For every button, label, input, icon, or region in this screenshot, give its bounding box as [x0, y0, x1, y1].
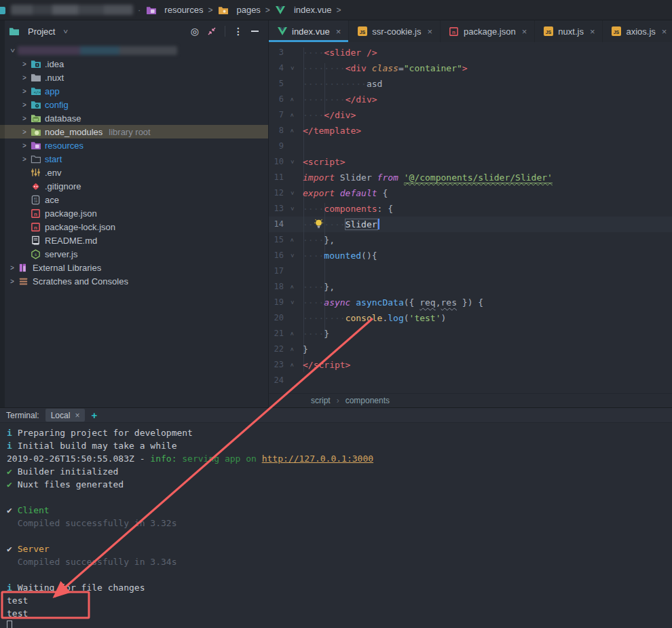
code-line-4[interactable]: 4>········<div class="container"> — [269, 60, 672, 76]
fold-marker-icon[interactable]: > — [284, 60, 301, 76]
tab-package.json[interactable]: npackage.json× — [441, 20, 534, 42]
tab-ssr-cookie.js[interactable]: JSssr-cookie.js× — [349, 20, 440, 42]
breadcrumb-components[interactable]: components — [346, 396, 390, 405]
fold-marker-icon[interactable]: > — [284, 185, 301, 201]
tree-item-ace[interactable]: 0110ace — [0, 193, 268, 206]
tree-item-README.md[interactable]: README.md — [0, 234, 268, 247]
tree-item-.env[interactable]: .env — [0, 166, 268, 179]
chevron-collapsed-icon[interactable]: > — [19, 88, 30, 95]
breadcrumb-index.vue[interactable]: index.vue — [275, 5, 332, 16]
tree-item-.idea[interactable]: >.idea — [0, 57, 268, 71]
tree-item-config[interactable]: >config — [0, 98, 268, 111]
hide-icon[interactable] — [251, 31, 259, 32]
code-line-15[interactable]: 15>····}, — [269, 232, 672, 248]
fold-marker-icon[interactable]: > — [284, 154, 301, 170]
locate-icon[interactable]: ◎ — [191, 26, 199, 37]
tab-nuxt.js[interactable]: JSnuxt.js× — [535, 20, 602, 42]
tab-index.vue[interactable]: index.vue× — [269, 20, 348, 42]
code-line-3[interactable]: 3····<slider /> — [269, 45, 672, 60]
terminal-output[interactable]: i Preparing project for developmenti Ini… — [0, 423, 672, 628]
tab-axios.js[interactable]: JSaxios.js× — [603, 20, 672, 42]
breadcrumb-pages[interactable]: pages — [217, 5, 260, 16]
code-line-11[interactable]: 11import Slider from '@/components/slide… — [269, 170, 672, 185]
terminal-text: ✔ — [7, 479, 12, 490]
tree-item-node_modules[interactable]: >node_moduleslibrary root — [0, 125, 268, 138]
collapse-icon[interactable] — [207, 26, 217, 36]
breadcrumb-separator: > — [208, 5, 212, 15]
fold-marker-icon[interactable]: > — [284, 123, 301, 138]
close-icon[interactable]: × — [428, 26, 433, 37]
code-line-17[interactable]: 17 — [269, 263, 672, 279]
tree-item-.gitignore[interactable]: .gitignore — [0, 179, 268, 193]
code-editor[interactable]: 3····<slider />4>········<div class="con… — [269, 42, 672, 393]
more-icon[interactable]: ⋮ — [234, 26, 243, 37]
tree-item-database[interactable]: >database — [0, 111, 268, 125]
code-line-8[interactable]: 8></template> — [269, 123, 672, 138]
chevron-collapsed-icon[interactable]: > — [19, 101, 30, 109]
code-line-14[interactable]: 14········Slider — [269, 217, 672, 232]
close-icon[interactable]: × — [75, 411, 79, 420]
intention-bulb-icon[interactable] — [314, 219, 323, 235]
fold-marker-icon[interactable]: > — [284, 232, 301, 248]
chevron-expanded-icon[interactable]: > — [9, 45, 16, 56]
chevron-collapsed-icon[interactable]: > — [19, 115, 30, 122]
close-icon[interactable]: × — [522, 26, 527, 37]
close-icon[interactable]: × — [336, 26, 341, 37]
tree-item-app[interactable]: ></>app — [0, 84, 268, 98]
code-line-12[interactable]: 12>export default { — [269, 185, 672, 201]
tree-item-label: resources — [45, 141, 83, 151]
tree-item-Scratches-and-Consoles[interactable]: >Scratches and Consoles — [0, 274, 268, 288]
folder-outline-icon — [30, 153, 41, 164]
chevron-collapsed-icon[interactable]: > — [19, 128, 30, 136]
code-line-22[interactable]: 22>} — [269, 341, 672, 357]
code-line-5[interactable]: 5············asd — [269, 76, 672, 92]
fold-marker-icon[interactable]: > — [284, 357, 301, 373]
chevron-collapsed-icon[interactable]: > — [19, 74, 30, 81]
fold-marker-icon[interactable]: > — [284, 279, 301, 295]
new-terminal-button[interactable]: + — [91, 409, 97, 421]
tree-item-project-root[interactable]: > — [0, 43, 268, 57]
close-icon[interactable]: × — [590, 26, 595, 37]
chevron-collapsed-icon[interactable]: > — [19, 142, 30, 149]
breadcrumb-script[interactable]: script — [311, 396, 331, 405]
fold-marker-icon[interactable]: > — [284, 326, 301, 341]
tree-item-label: package.json — [45, 208, 97, 219]
breadcrumb-resources[interactable]: resources — [145, 5, 203, 16]
fold-marker-icon[interactable]: > — [284, 295, 301, 310]
chevron-collapsed-icon[interactable]: > — [19, 60, 30, 68]
tree-item-package.json[interactable]: npackage.json — [0, 206, 268, 220]
tree-item-label: server.js — [45, 249, 77, 259]
code-line-20[interactable]: 20········console.log('test') — [269, 310, 672, 326]
chevron-collapsed-icon[interactable]: > — [7, 278, 18, 285]
code-line-16[interactable]: 16>····mounted(){ — [269, 248, 672, 263]
tree-item-package-lock.json[interactable]: npackage-lock.json — [0, 220, 268, 234]
code-line-10[interactable]: 10><script> — [269, 154, 672, 170]
code-line-19[interactable]: 19>····async asyncData({ req,res }) { — [269, 295, 672, 310]
code-line-6[interactable]: 6>········</div> — [269, 92, 672, 107]
code-line-9[interactable]: 9 — [269, 138, 672, 154]
terminal-tab-local[interactable]: Local × — [45, 409, 86, 422]
code-line-24[interactable]: 24 — [269, 373, 672, 388]
chevron-down-icon[interactable]: > — [62, 26, 69, 37]
chevron-collapsed-icon[interactable]: > — [19, 155, 30, 163]
code-line-23[interactable]: 23></script> — [269, 357, 672, 373]
fold-marker-icon[interactable]: > — [284, 107, 301, 123]
fold-marker-icon[interactable]: > — [284, 341, 301, 357]
close-icon[interactable]: × — [662, 26, 667, 37]
fold-marker-icon[interactable]: > — [284, 248, 301, 263]
terminal-url-link[interactable]: http://127.0.0.1:3000 — [262, 454, 373, 464]
code-line-13[interactable]: 13>····components: { — [269, 201, 672, 217]
fold-marker-icon[interactable]: > — [284, 92, 301, 107]
fold-marker-icon[interactable]: > — [284, 201, 301, 217]
tree-item-server.js[interactable]: sserver.js — [0, 247, 268, 261]
tree-item-resources[interactable]: >resources — [0, 138, 268, 152]
line-number: 16 — [269, 248, 284, 263]
code-line-21[interactable]: 21>····} — [269, 326, 672, 341]
tree-item-External-Libraries[interactable]: >External Libraries — [0, 261, 268, 274]
code-line-7[interactable]: 7>····</div> — [269, 107, 672, 123]
tree-item-.nuxt[interactable]: >.nuxt — [0, 71, 268, 84]
folder-idea-icon — [30, 58, 41, 69]
tree-item-start[interactable]: >start — [0, 152, 268, 166]
chevron-collapsed-icon[interactable]: > — [7, 264, 18, 272]
code-line-18[interactable]: 18>····}, — [269, 279, 672, 295]
